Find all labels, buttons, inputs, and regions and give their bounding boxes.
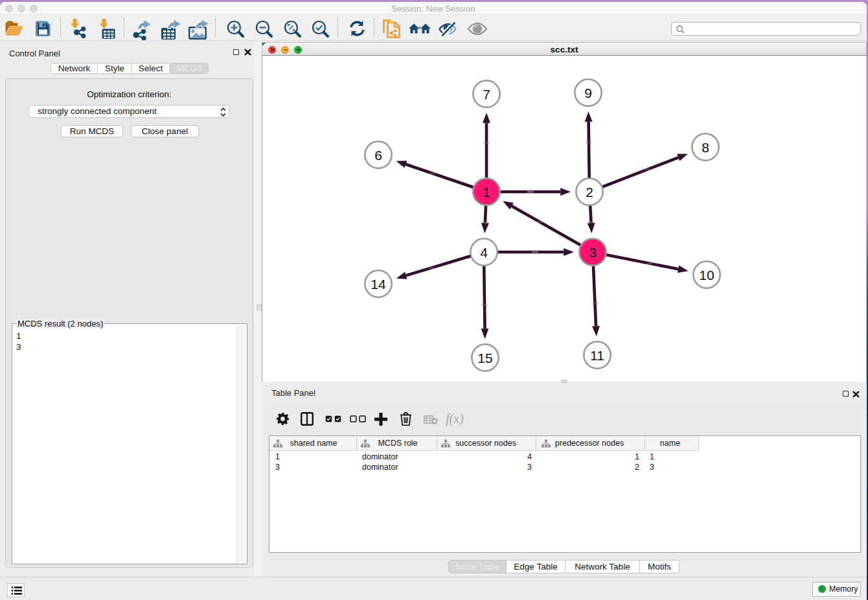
- svg-text:6: 6: [374, 148, 382, 163]
- svg-text:2: 2: [586, 185, 593, 200]
- svg-text:14: 14: [371, 277, 386, 292]
- svg-text:7: 7: [483, 87, 490, 102]
- svg-text:3: 3: [589, 245, 597, 260]
- svg-text:10: 10: [699, 268, 714, 283]
- svg-text:15: 15: [477, 351, 492, 365]
- svg-text:1: 1: [483, 185, 490, 200]
- svg-text:9: 9: [584, 86, 592, 100]
- svg-text:11: 11: [590, 348, 604, 363]
- svg-text:8: 8: [702, 140, 709, 155]
- svg-text:4: 4: [480, 245, 488, 260]
